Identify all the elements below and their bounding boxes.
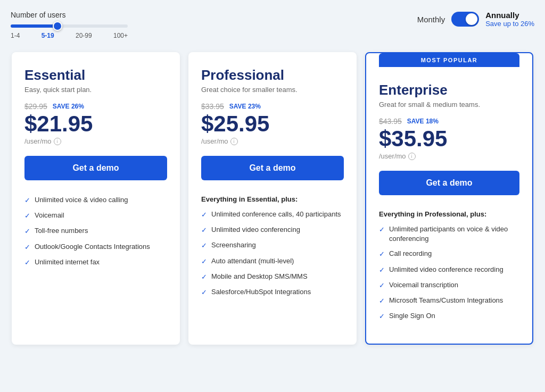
check-icon-essential-1: ✓ [24,211,30,221]
feature-text-enterprise-5: Single Sign On [389,311,435,321]
feature-item-essential-3: ✓ Outlook/Google Contacts Integrations [24,242,167,252]
tick-20-99[interactable]: 20-99 [76,32,92,39]
check-icon-enterprise-0: ✓ [379,225,385,235]
feature-text-essential-4: Unlimited internet fax [35,257,100,267]
feature-item-essential-0: ✓ Unlimited voice & video calling [24,195,167,205]
features-header-enterprise: Everything in Professional, plus: [379,210,519,218]
features-section-professional: Everything in Essential, plus: ✓ Unlimit… [201,195,344,297]
feature-text-essential-2: Toll-free numbers [35,226,88,236]
price-sub-essential: /user/mo i [24,137,167,145]
check-icon-essential-0: ✓ [24,196,30,205]
original-price-professional: $33.95 [201,102,224,111]
pricing-row-essential: $29.95 SAVE 26% [24,102,167,111]
feature-item-enterprise-4: ✓ Microsoft Teams/Custom Integrations [379,296,519,306]
feature-text-professional-5: Salesforce/HubSpot Integrations [211,287,311,297]
feature-item-professional-0: ✓ Unlimited conference calls, 40 partici… [201,210,344,220]
slider-track[interactable] [11,24,128,28]
check-icon-professional-0: ✓ [201,210,207,220]
feature-text-essential-1: Voicemail [35,211,64,220]
price-sub-enterprise: /user/mo i [379,152,519,160]
slider-labels: 1-4 5-19 20-99 100+ [11,32,128,39]
tick-5-19[interactable]: 5-19 [42,32,54,39]
feature-item-professional-5: ✓ Salesforce/HubSpot Integrations [201,287,344,297]
original-price-essential: $29.95 [24,102,47,111]
demo-button-professional[interactable]: Get a demo [201,156,344,180]
original-price-enterprise: $43.95 [379,117,402,126]
plan-description-essential: Easy, quick start plan. [24,86,167,94]
pricing-row-enterprise: $43.95 SAVE 18% [379,117,519,126]
feature-text-professional-2: Screensharing [211,240,256,250]
toggle-knob [466,13,477,25]
save-up-to-label: Save up to 26% [485,20,534,28]
plan-name-essential: Essential [24,67,167,84]
save-badge-essential: SAVE 26% [53,103,84,110]
check-icon-professional-3: ✓ [201,257,207,266]
feature-text-essential-0: Unlimited voice & video calling [35,195,128,205]
info-icon-professional[interactable]: i [230,138,238,145]
features-section-enterprise: Everything in Professional, plus: ✓ Unli… [379,210,519,321]
feature-item-professional-3: ✓ Auto attendant (multi-level) [201,256,344,266]
users-label: Number of users [11,11,128,19]
main-price-essential: $21.95 [24,113,167,135]
check-icon-essential-4: ✓ [24,258,30,268]
feature-item-enterprise-3: ✓ Voicemail transcription [379,280,519,290]
price-sub-professional: /user/mo i [201,137,344,145]
feature-text-enterprise-4: Microsoft Teams/Custom Integrations [389,296,503,305]
check-icon-enterprise-3: ✓ [379,281,385,290]
feature-text-professional-0: Unlimited conference calls, 40 participa… [211,210,341,219]
tick-1-4[interactable]: 1-4 [11,32,20,39]
info-icon-essential[interactable]: i [54,138,61,145]
save-badge-enterprise: SAVE 18% [407,118,439,125]
feature-item-essential-1: ✓ Voicemail [24,211,167,221]
plan-card-enterprise: MOST POPULAR Enterprise Great for small … [365,52,533,345]
slider-fill [11,24,57,28]
info-icon-enterprise[interactable]: i [408,153,416,160]
feature-item-professional-1: ✓ Unlimited video conferencing [201,225,344,235]
price-sub-text-professional: /user/mo [201,137,228,145]
demo-button-enterprise[interactable]: Get a demo [379,171,519,195]
plan-card-professional: Professional Great choice for smaller te… [188,52,357,345]
feature-item-enterprise-5: ✓ Single Sign On [379,311,519,321]
billing-toggle-switch[interactable] [451,12,479,27]
annually-label: Annually [485,11,519,20]
feature-item-enterprise-0: ✓ Unlimited participants on voice & vide… [379,224,519,244]
feature-text-essential-3: Outlook/Google Contacts Integrations [35,242,150,252]
check-icon-professional-4: ✓ [201,272,207,282]
feature-text-enterprise-3: Voicemail transcription [389,280,458,290]
feature-text-professional-1: Unlimited video conferencing [211,225,300,235]
feature-text-enterprise-1: Call recording [389,249,432,258]
feature-item-professional-2: ✓ Screensharing [201,240,344,251]
price-sub-text-enterprise: /user/mo [379,152,406,160]
feature-item-enterprise-1: ✓ Call recording [379,249,519,259]
check-icon-professional-2: ✓ [201,241,207,251]
save-badge-professional: SAVE 23% [229,103,261,110]
feature-item-essential-2: ✓ Toll-free numbers [24,226,167,236]
plans-container: Essential Easy, quick start plan. $29.95… [12,52,533,345]
most-popular-banner: MOST POPULAR [379,53,519,67]
feature-text-enterprise-2: Unlimited video conference recording [389,265,503,274]
top-bar: Number of users 1-4 5-19 20-99 100+ Mont… [11,11,534,39]
check-icon-essential-2: ✓ [24,227,30,236]
check-icon-professional-5: ✓ [201,288,207,297]
feature-text-professional-3: Auto attendant (multi-level) [211,256,294,266]
plan-description-professional: Great choice for smaller teams. [201,86,344,94]
check-icon-enterprise-2: ✓ [379,265,385,275]
feature-text-professional-4: Mobile and Desktop SMS/MMS [211,272,308,281]
price-sub-text-essential: /user/mo [24,137,52,145]
features-header-professional: Everything in Essential, plus: [201,195,344,203]
slider-thumb[interactable] [53,21,62,31]
check-icon-essential-3: ✓ [24,243,30,252]
tick-100plus[interactable]: 100+ [113,32,128,39]
slider-container[interactable]: 1-4 5-19 20-99 100+ [11,24,128,39]
users-section: Number of users 1-4 5-19 20-99 100+ [11,11,128,39]
feature-item-enterprise-2: ✓ Unlimited video conference recording [379,265,519,275]
annually-section: Annually Save up to 26% [485,11,534,28]
feature-item-essential-4: ✓ Unlimited internet fax [24,257,167,268]
demo-button-essential[interactable]: Get a demo [24,156,167,180]
plan-name-enterprise: Enterprise [379,82,519,98]
main-price-enterprise: $35.95 [379,128,519,150]
plan-card-essential: Essential Easy, quick start plan. $29.95… [12,52,180,345]
plan-name-professional: Professional [201,67,344,84]
main-price-professional: $25.95 [201,113,344,135]
check-icon-enterprise-4: ✓ [379,296,385,306]
